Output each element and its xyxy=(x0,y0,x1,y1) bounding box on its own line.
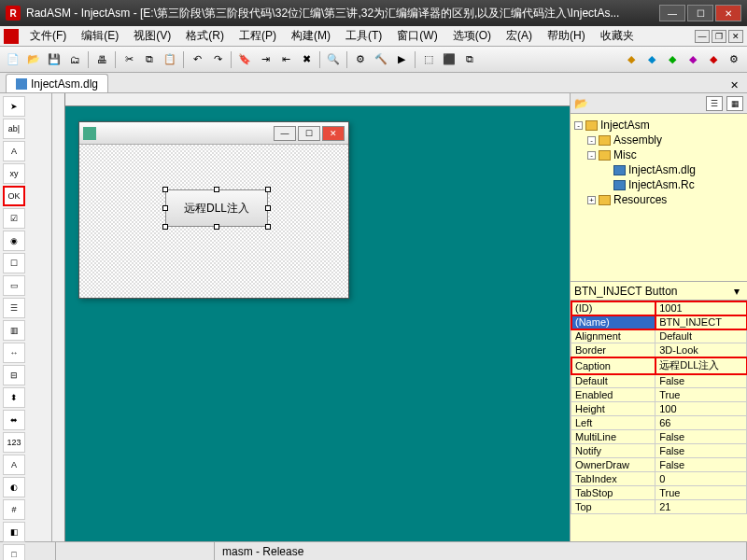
mdi-minimize-button[interactable]: — xyxy=(695,30,710,43)
dialog-titlebar[interactable]: — ☐ ✕ xyxy=(79,122,348,145)
resize-handle-nw[interactable] xyxy=(162,187,168,192)
tb-open-icon[interactable]: 📂 xyxy=(24,50,43,69)
menu-help[interactable]: 帮助(H) xyxy=(540,26,593,46)
tb-cascade-icon[interactable]: ⧉ xyxy=(460,50,479,69)
dialog-maximize-button[interactable]: ☐ xyxy=(298,126,320,141)
dialog-preview[interactable]: — ☐ ✕ 远程DLL注入 xyxy=(78,121,349,299)
folder-open-icon[interactable]: 📂 xyxy=(574,97,588,110)
resize-handle-sw[interactable] xyxy=(162,224,168,230)
menu-tools[interactable]: 工具(T) xyxy=(338,26,389,46)
tb-undo-icon[interactable]: ↶ xyxy=(188,50,206,69)
toolbox-item-4[interactable]: OK xyxy=(3,186,25,206)
tb-redo-icon[interactable]: ↷ xyxy=(208,50,227,69)
tb-cut-icon[interactable]: ✂ xyxy=(120,50,138,69)
menu-file[interactable]: 文件(F) xyxy=(22,26,74,46)
toolbox-item-16[interactable]: A xyxy=(3,455,25,475)
property-row[interactable]: TabStopTrue xyxy=(571,486,747,500)
property-row[interactable]: Border3D-Look xyxy=(571,343,747,357)
property-row[interactable]: TabIndex0 xyxy=(571,472,747,486)
button-control-selected[interactable]: 远程DLL注入 xyxy=(165,189,268,227)
tree-folder[interactable]: +Resources xyxy=(574,192,743,207)
toolbox-item-13[interactable]: ⬍ xyxy=(3,387,25,408)
tb-saveall-icon[interactable]: 🗂 xyxy=(65,50,84,69)
tb-tool1-icon[interactable]: ◆ xyxy=(622,50,641,69)
project-view1-button[interactable]: ☰ xyxy=(706,96,723,111)
tb-print-icon[interactable]: 🖶 xyxy=(92,50,111,69)
tree-folder[interactable]: -Assembly xyxy=(574,133,743,147)
resize-handle-n[interactable] xyxy=(214,187,219,192)
close-button[interactable]: ✕ xyxy=(715,5,741,21)
minimize-button[interactable]: — xyxy=(659,5,685,21)
menu-window[interactable]: 窗口(W) xyxy=(389,26,444,46)
menu-macro[interactable]: 宏(A) xyxy=(499,26,540,46)
property-row[interactable]: (Name)BTN_INJECT xyxy=(571,315,747,329)
toolbox-item-17[interactable]: ◐ xyxy=(3,477,25,497)
tab-close-button[interactable]: ✕ xyxy=(726,77,741,92)
toolbox-item-1[interactable]: ab| xyxy=(3,119,25,139)
dropdown-icon[interactable]: ▾ xyxy=(730,285,743,298)
toolbox-item-15[interactable]: 123 xyxy=(3,432,25,453)
property-object-selector[interactable]: BTN_INJECT Button ▾ xyxy=(571,282,747,301)
menu-project[interactable]: 工程(P) xyxy=(232,26,284,46)
property-row[interactable]: Left66 xyxy=(571,416,747,430)
tree-root[interactable]: -InjectAsm xyxy=(574,118,743,133)
project-view2-button[interactable]: ▦ xyxy=(726,96,743,111)
tb-new-icon[interactable]: 📄 xyxy=(4,50,22,69)
resize-handle-ne[interactable] xyxy=(265,187,271,192)
tb-settings-icon[interactable]: ⚙ xyxy=(725,50,743,69)
menu-options[interactable]: 选项(O) xyxy=(445,26,499,46)
toolbox-item-2[interactable]: A xyxy=(3,141,25,161)
toolbox-item-18[interactable]: # xyxy=(3,499,25,520)
menu-build[interactable]: 构建(M) xyxy=(284,26,338,46)
tb-compile-icon[interactable]: ⚙ xyxy=(351,50,370,69)
property-row[interactable]: NotifyFalse xyxy=(571,444,747,458)
toolbox-item-12[interactable]: ⊟ xyxy=(3,365,25,385)
toolbox-item-9[interactable]: ☰ xyxy=(3,298,25,318)
property-row[interactable]: Height100 xyxy=(571,402,747,416)
tb-tile-h-icon[interactable]: ⬚ xyxy=(419,50,438,69)
tb-bookmark-prev-icon[interactable]: ⇤ xyxy=(276,50,295,69)
toolbox-item-0[interactable]: ➤ xyxy=(3,96,25,117)
tb-bookmark-next-icon[interactable]: ⇥ xyxy=(256,50,275,69)
tb-tool2-icon[interactable]: ◆ xyxy=(642,50,661,69)
toolbox-item-7[interactable]: ☐ xyxy=(3,253,25,273)
resize-handle-e[interactable] xyxy=(265,205,271,211)
menu-view[interactable]: 视图(V) xyxy=(126,26,178,46)
resize-handle-s[interactable] xyxy=(214,224,219,230)
toolbox-item-10[interactable]: ▥ xyxy=(3,320,25,341)
resize-handle-w[interactable] xyxy=(162,205,168,211)
toolbox-item-19[interactable]: ◧ xyxy=(3,522,25,542)
property-row[interactable]: AlignmentDefault xyxy=(571,329,747,343)
tb-tile-v-icon[interactable]: ⬛ xyxy=(440,50,458,69)
property-row[interactable]: EnabledTrue xyxy=(571,388,747,402)
property-row[interactable]: MultiLineFalse xyxy=(571,430,747,444)
tb-copy-icon[interactable]: ⧉ xyxy=(140,50,159,69)
tab-active[interactable]: InjectAsm.dlg xyxy=(6,74,108,92)
tb-find-icon[interactable]: 🔍 xyxy=(324,50,343,69)
menu-favorites[interactable]: 收藏夹 xyxy=(593,26,641,46)
property-row[interactable]: DefaultFalse xyxy=(571,374,747,388)
tb-run-icon[interactable]: ▶ xyxy=(392,50,411,69)
menu-edit[interactable]: 编辑(E) xyxy=(74,26,126,46)
project-tree[interactable]: -InjectAsm-Assembly-MiscInjectAsm.dlgInj… xyxy=(571,114,747,282)
resize-handle-se[interactable] xyxy=(265,224,271,230)
tb-tool5-icon[interactable]: ◆ xyxy=(704,50,723,69)
toolbox-item-6[interactable]: ◉ xyxy=(3,231,25,251)
toolbox-item-11[interactable]: ↔ xyxy=(3,343,25,363)
tb-bookmark-icon[interactable]: 🔖 xyxy=(235,50,254,69)
property-row[interactable]: OwnerDrawFalse xyxy=(571,458,747,472)
dialog-close-button[interactable]: ✕ xyxy=(322,126,345,141)
tree-file[interactable]: InjectAsm.Rc xyxy=(574,177,743,192)
toolbox-item-8[interactable]: ▭ xyxy=(3,275,25,296)
mdi-close-button[interactable]: ✕ xyxy=(728,30,743,43)
tb-paste-icon[interactable]: 📋 xyxy=(161,50,179,69)
dialog-designer[interactable]: — ☐ ✕ 远程DLL注入 xyxy=(52,93,570,541)
tree-folder[interactable]: -Misc xyxy=(574,147,743,162)
tb-build-icon[interactable]: 🔨 xyxy=(372,50,390,69)
tb-tool4-icon[interactable]: ◆ xyxy=(684,50,702,69)
toolbox-item-14[interactable]: ⬌ xyxy=(3,410,25,430)
mdi-restore-button[interactable]: ❐ xyxy=(712,30,726,43)
tb-save-icon[interactable]: 💾 xyxy=(45,50,63,69)
tb-tool3-icon[interactable]: ◆ xyxy=(663,50,682,69)
property-row[interactable]: Caption远程DLL注入 xyxy=(571,357,747,374)
